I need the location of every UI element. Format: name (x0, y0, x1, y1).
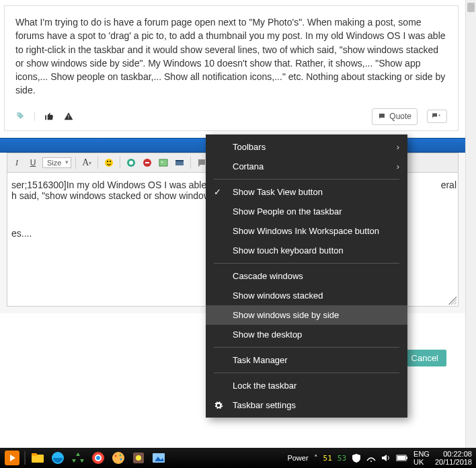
taskbar-apps (0, 449, 168, 467)
context-menu-label: Toolbars (233, 142, 266, 152)
svg-rect-12 (175, 160, 184, 161)
smiley-icon[interactable] (102, 156, 116, 169)
taskbar-app-browser[interactable] (48, 449, 67, 467)
svg-point-10 (161, 161, 163, 163)
svg-rect-33 (397, 456, 405, 460)
svg-point-22 (115, 455, 117, 457)
warning-icon[interactable] (63, 112, 74, 121)
context-menu-item[interactable]: Show windows stacked (206, 286, 407, 305)
svg-point-2 (105, 159, 113, 167)
editor-text-fragment: eral (441, 180, 457, 190)
context-menu-separator (214, 263, 399, 264)
context-menu-label: Taskbar settings (233, 400, 296, 410)
editor-text-fragment: ser;1516300]In my old Windows OS I was a… (11, 180, 212, 190)
context-menu-item[interactable]: Show windows side by side (206, 305, 407, 325)
thumbs-up-icon[interactable] (44, 112, 54, 121)
svg-rect-32 (406, 457, 407, 459)
context-menu-item[interactable]: Show People on the taskbar (206, 202, 407, 221)
context-menu-item[interactable]: Cortana› (206, 157, 407, 176)
context-menu-label: Show the desktop (233, 329, 302, 340)
context-menu-item[interactable]: Lock the taskbar (206, 376, 407, 395)
context-menu-separator (214, 347, 399, 348)
context-menu-separator (214, 373, 399, 373)
svg-point-23 (120, 455, 122, 457)
tray-volume-icon[interactable] (381, 453, 391, 463)
font-color-button[interactable]: A▾ (80, 156, 93, 169)
multiquote-button[interactable]: + (427, 110, 447, 123)
chevron-right-icon: › (397, 161, 399, 171)
tray-language[interactable]: ENG UK (413, 450, 430, 466)
italic-button[interactable]: I (10, 156, 24, 169)
context-menu-item[interactable]: Cascade windows (206, 266, 407, 286)
taskbar-app-paint[interactable] (109, 449, 128, 467)
video-icon[interactable] (173, 156, 186, 169)
svg-point-26 (136, 455, 141, 461)
context-menu-label: Show windows stacked (233, 290, 323, 301)
context-menu-label: Show People on the taskbar (233, 206, 342, 217)
taskbar-app-media[interactable] (3, 449, 22, 467)
taskbar[interactable]: Power ˄ 51 53 ENG UK 00:22:08 20/11/2018 (0, 448, 476, 468)
svg-point-21 (112, 452, 124, 464)
separator (190, 157, 191, 169)
separator (34, 112, 35, 121)
resize-handle[interactable] (448, 297, 457, 305)
svg-rect-9 (159, 159, 167, 166)
tray-temp-1: 51 (323, 454, 332, 463)
svg-point-4 (110, 161, 111, 162)
tray-defender-icon[interactable] (352, 453, 361, 463)
taskbar-app-chrome[interactable] (89, 449, 108, 467)
context-menu-item[interactable]: Task Manager (206, 350, 407, 370)
context-menu-item[interactable]: Show touch keyboard button (206, 241, 407, 260)
context-menu-label: Show Windows Ink Workspace button (233, 226, 379, 236)
chevron-right-icon: › (397, 142, 399, 152)
taskbar-context-menu: Toolbars›Cortana›Show Task View button✓S… (206, 134, 407, 418)
quote-button[interactable]: Quote (372, 108, 418, 125)
context-menu-item[interactable]: Show Task View button✓ (206, 182, 407, 202)
font-size-select[interactable]: Size (42, 157, 71, 168)
context-menu-label: Show touch keyboard button (233, 245, 344, 256)
post-body: What I'm trying to do is have a forum pa… (15, 15, 447, 98)
power-label: Power (287, 454, 308, 462)
taskbar-app-explorer[interactable] (28, 449, 47, 467)
separator (75, 157, 76, 169)
separator (24, 451, 26, 465)
separator (97, 157, 98, 169)
tray-battery-icon[interactable] (396, 454, 408, 462)
context-menu-label: Task Manager (233, 355, 288, 365)
post-actions: Quote + (15, 108, 447, 125)
cancel-button[interactable]: Cancel (403, 350, 446, 366)
tray-temp-2: 53 (338, 454, 346, 463)
quote-label: Quote (389, 111, 411, 122)
svg-rect-16 (32, 453, 37, 456)
svg-point-0 (17, 114, 19, 116)
context-menu-label: Cascade windows (233, 271, 303, 281)
svg-point-24 (120, 459, 122, 461)
separator (120, 157, 120, 169)
underline-button[interactable]: U (26, 156, 40, 169)
context-menu-item[interactable]: Toolbars› (206, 137, 407, 157)
svg-marker-30 (382, 455, 387, 461)
tray-clock[interactable]: 00:22:08 20/11/2018 (435, 450, 472, 466)
tray-network-icon[interactable] (366, 453, 376, 463)
context-menu-item[interactable]: Show Windows Ink Workspace button (206, 221, 407, 241)
svg-point-3 (107, 161, 108, 162)
vertical-scrollbar[interactable]: ▲ ▼ (465, 0, 476, 457)
gear-icon (214, 401, 223, 410)
taskbar-app-recycle[interactable] (69, 449, 87, 467)
svg-text:+: + (438, 114, 441, 118)
link-icon[interactable] (124, 156, 138, 169)
unlink-icon[interactable] (141, 156, 154, 169)
svg-point-6 (129, 161, 133, 165)
context-menu-item[interactable]: Taskbar settings (206, 395, 407, 415)
context-menu-label: Lock the taskbar (233, 381, 296, 391)
tray-chevron-up-icon[interactable]: ˄ (314, 454, 318, 463)
tag-icon[interactable] (15, 112, 25, 121)
scroll-thumb[interactable] (467, 3, 475, 12)
context-menu-label: Show Task View button (233, 187, 323, 197)
context-menu-separator (214, 179, 399, 180)
context-menu-label: Show windows side by side (233, 310, 339, 320)
context-menu-item[interactable]: Show the desktop (206, 325, 407, 344)
image-icon[interactable] (157, 156, 170, 169)
taskbar-app-photos[interactable] (149, 449, 168, 467)
taskbar-app-generic[interactable] (129, 449, 148, 467)
